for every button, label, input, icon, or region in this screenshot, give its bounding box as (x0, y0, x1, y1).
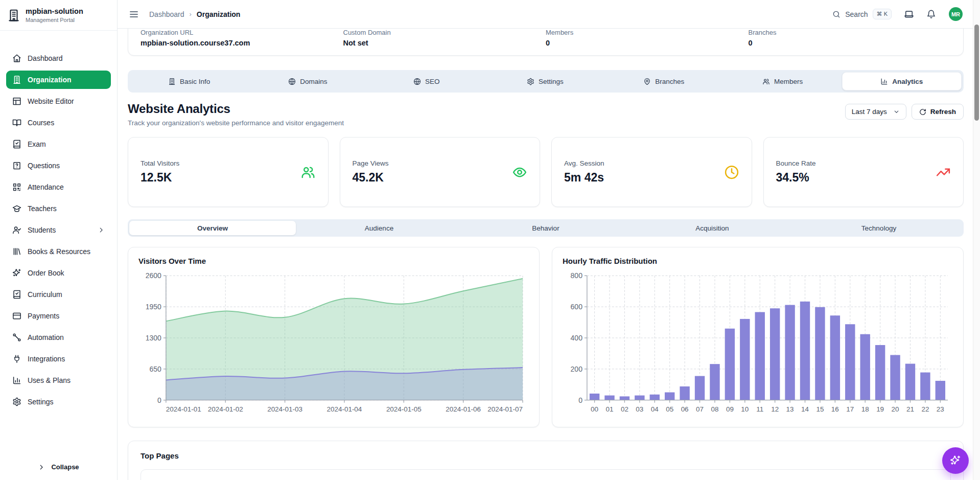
stat-value: 12.5K (141, 171, 179, 185)
laptop-icon[interactable] (904, 9, 914, 19)
sidebar-item-books-resources[interactable]: Books & Resources (6, 242, 111, 261)
field-label: Custom Domain (343, 29, 546, 36)
page-subtitle: Track your organization's website perfor… (128, 119, 344, 127)
scrollbar-thumb[interactable] (974, 25, 979, 121)
breadcrumb-dashboard[interactable]: Dashboard (149, 10, 184, 18)
main-column: Dashboard › Organization Search ⌘ K MR O… (118, 0, 980, 480)
sidebar-item-curriculum[interactable]: Curriculum (6, 285, 111, 304)
chart-column-icon (12, 376, 21, 385)
ai-assistant-fab[interactable] (942, 447, 969, 474)
top-pages-card: Top Pages (128, 441, 964, 480)
avatar[interactable]: MR (949, 7, 963, 21)
svg-text:03: 03 (636, 405, 643, 413)
hourly-bar-chart: 0200400600800000102030405060708091011121… (563, 268, 953, 418)
tab-overview[interactable]: Overview (129, 221, 296, 235)
org-info-card: Organization URLmpbian-solution.course37… (128, 29, 964, 56)
sidebar-item-questions[interactable]: Questions (6, 156, 111, 175)
svg-text:11: 11 (756, 405, 763, 413)
chevron-right-icon (98, 226, 105, 234)
head-controls: Last 7 days Refresh (845, 104, 964, 120)
sidebar-item-label: Website Editor (28, 97, 74, 105)
sidebar-item-label: Dashboard (28, 54, 63, 62)
svg-text:800: 800 (571, 271, 583, 280)
tab-audience[interactable]: Audience (296, 221, 462, 235)
stat-label: Avg. Session (564, 159, 604, 167)
breadcrumb-separator: › (190, 10, 192, 18)
sidebar-item-integrations[interactable]: Integrations (6, 350, 111, 368)
svg-text:09: 09 (726, 405, 734, 413)
sidebar-item-attendance[interactable]: Attendance (6, 178, 111, 196)
sidebar-collapse-button[interactable]: Collapse (0, 456, 117, 480)
svg-text:17: 17 (846, 405, 854, 413)
tab-behavior[interactable]: Behavior (462, 221, 629, 235)
graduation-cap-icon (12, 204, 21, 213)
tab-members[interactable]: Members (723, 72, 842, 90)
credit-card-icon (12, 311, 21, 321)
sidebar-item-exam[interactable]: Exam (6, 135, 111, 153)
search-button[interactable]: Search ⌘ K (832, 9, 892, 19)
bell-icon[interactable] (926, 9, 937, 19)
tab-label: Analytics (892, 78, 923, 85)
tab-basic-info[interactable]: Basic Info (130, 72, 248, 90)
chart-title-visitors: Visitors Over Time (138, 257, 529, 265)
tab-label: Branches (655, 78, 684, 85)
sidebar-item-courses[interactable]: Courses (6, 113, 111, 132)
brand-text: mpbian-solution Management Portal (26, 7, 83, 23)
tab-domains[interactable]: Domains (248, 72, 367, 90)
tab-technology[interactable]: Technology (796, 221, 962, 235)
stat-text: Bounce Rate34.5% (776, 159, 816, 185)
tab-acquisition[interactable]: Acquisition (629, 221, 796, 235)
sidebar-item-website-editor[interactable]: Website Editor (6, 92, 111, 110)
svg-text:0: 0 (578, 396, 582, 404)
qr-code-icon (12, 182, 21, 192)
map-pin-icon (643, 78, 651, 85)
sidebar-item-dashboard[interactable]: Dashboard (6, 49, 111, 67)
tab-analytics[interactable]: Analytics (842, 72, 962, 90)
hourly-traffic-card: Hourly Traffic Distribution 020040060080… (552, 247, 964, 427)
tab-label: Domains (300, 78, 327, 85)
sidebar-item-label: Integrations (28, 355, 65, 363)
svg-text:23: 23 (937, 405, 944, 413)
sidebar-item-settings[interactable]: Settings (6, 393, 111, 411)
tab-seo[interactable]: SEO (367, 72, 486, 90)
stat-label: Page Views (353, 159, 389, 167)
svg-text:2024-01-07: 2024-01-07 (487, 405, 523, 413)
org-info-field-branches: Branches0 (749, 29, 951, 47)
users-icon (762, 78, 770, 85)
topbar-right: Search ⌘ K MR (832, 7, 963, 21)
topbar: Dashboard › Organization Search ⌘ K MR (118, 0, 980, 29)
visitors-over-time-card: Visitors Over Time 06501300195026002024-… (128, 247, 540, 427)
sidebar-item-automation[interactable]: Automation (6, 328, 111, 347)
svg-text:1300: 1300 (146, 334, 161, 342)
sidebar-item-label: Payments (28, 312, 59, 320)
sidebar-item-label: Courses (28, 119, 54, 127)
building-icon (12, 75, 21, 84)
svg-text:02: 02 (621, 405, 628, 413)
plug-icon (12, 354, 21, 363)
search-label: Search (845, 10, 868, 18)
svg-text:600: 600 (571, 303, 583, 311)
sidebar-item-order-book[interactable]: Order Book (6, 264, 111, 282)
sidebar-item-payments[interactable]: Payments (6, 307, 111, 325)
sidebar-item-students[interactable]: Students (6, 221, 111, 239)
tab-label: Settings (539, 78, 564, 85)
stat-label: Total Visitors (141, 159, 179, 167)
refresh-button[interactable]: Refresh (912, 104, 964, 120)
svg-text:13: 13 (786, 405, 794, 413)
hamburger-menu-icon[interactable] (129, 9, 139, 19)
tab-settings[interactable]: Settings (486, 72, 604, 90)
sidebar-item-organization[interactable]: Organization (6, 71, 111, 89)
svg-text:200: 200 (571, 365, 583, 373)
svg-text:15: 15 (816, 405, 824, 413)
book-open-icon (12, 118, 21, 127)
svg-text:12: 12 (771, 405, 779, 413)
date-range-select[interactable]: Last 7 days (845, 104, 906, 120)
svg-text:01: 01 (606, 405, 614, 413)
sparkles-icon (950, 455, 961, 466)
sidebar-item-uses-plans[interactable]: Uses & Plans (6, 371, 111, 390)
stat-card-total-visitors: Total Visitors12.5K (128, 137, 329, 207)
sidebar-item-label: Automation (28, 333, 64, 341)
tab-branches[interactable]: Branches (604, 72, 723, 90)
sidebar-item-teachers[interactable]: Teachers (6, 199, 111, 218)
org-tab-bar: Basic InfoDomainsSEOSettingsBranchesMemb… (128, 70, 964, 93)
